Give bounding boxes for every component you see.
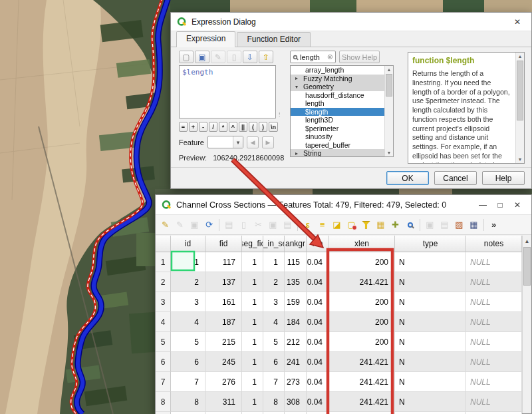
column-header-notes[interactable]: notes xyxy=(466,236,522,252)
cell-type[interactable]: N xyxy=(395,272,466,292)
edit-expression-icon[interactable]: ✎ xyxy=(211,51,225,63)
operator-button[interactable]: ( xyxy=(249,122,257,132)
cell-notes[interactable]: NULL xyxy=(466,272,522,292)
cell-notes[interactable]: NULL xyxy=(466,292,522,312)
cell-notes[interactable]: NULL xyxy=(466,252,522,272)
scroll-down-icon[interactable]: ▼ xyxy=(387,149,392,156)
new-expression-icon[interactable]: ▢ xyxy=(179,51,194,63)
cell-type[interactable]: N xyxy=(395,352,466,372)
cell-r_in_se[interactable]: 6 xyxy=(263,352,285,372)
row-number[interactable]: 4 xyxy=(156,312,171,332)
maximize-icon[interactable]: □ xyxy=(491,198,509,212)
cell-type[interactable]: N xyxy=(395,332,466,352)
cell-seg_fic[interactable]: 1 xyxy=(242,332,263,352)
cell-fcn[interactable]: 0.04 xyxy=(307,272,329,292)
column-header-type[interactable]: type xyxy=(395,236,466,252)
previous-feature-button[interactable]: ◀ xyxy=(247,136,259,148)
minimize-icon[interactable]: — xyxy=(474,198,491,212)
cut-features-icon[interactable]: ✂ xyxy=(251,218,265,232)
cell-xlen[interactable]: 241.421 xyxy=(329,392,395,412)
clear-search-icon[interactable]: ⊗ xyxy=(327,53,333,61)
cell-ankgr[interactable]: 308 xyxy=(285,392,307,412)
toggle-editing-icon[interactable]: ✎ xyxy=(158,218,172,232)
ok-button[interactable]: OK xyxy=(386,171,429,185)
select-all-icon[interactable]: ≡ xyxy=(315,218,329,232)
tab-function-editor[interactable]: Function Editor xyxy=(237,32,311,47)
close-icon[interactable]: ✕ xyxy=(509,15,526,29)
cell-xlen[interactable]: 200 xyxy=(329,332,395,352)
cell-xlen[interactable]: 200 xyxy=(329,252,395,272)
cell-type[interactable]: N xyxy=(395,392,466,412)
row-number[interactable]: 1 xyxy=(156,252,171,272)
scroll-down-icon[interactable]: ▼ xyxy=(518,156,523,163)
add-feature-icon[interactable]: ▤ xyxy=(222,218,236,232)
chevron-right-icon[interactable]: ▸ xyxy=(295,150,301,156)
cell-fid[interactable]: 215 xyxy=(205,332,242,352)
move-selection-top-icon[interactable]: ▦ xyxy=(374,218,388,232)
cell-seg_fic[interactable]: 1 xyxy=(242,312,263,332)
row-number[interactable]: 7 xyxy=(156,372,171,392)
column-header-fcn[interactable]: fcn xyxy=(307,236,329,252)
show-help-button[interactable]: Show Help xyxy=(339,51,380,63)
reload-table-icon[interactable]: ⟳ xyxy=(202,218,216,232)
paste-features-icon[interactable]: ▤ xyxy=(281,218,295,232)
cell-id[interactable]: 1 xyxy=(171,252,205,272)
cell-fid[interactable]: 137 xyxy=(205,272,242,292)
cell-r_in_se[interactable]: 8 xyxy=(263,392,285,412)
feature-combobox[interactable]: ▾ xyxy=(207,136,243,148)
scroll-up-icon[interactable]: ▲ xyxy=(518,53,523,60)
tree-item-tapered-buffer[interactable]: tapered_buffer xyxy=(291,141,384,150)
cell-ankgr[interactable]: 241 xyxy=(285,352,307,372)
cell-r_in_se[interactable]: 1 xyxy=(263,252,285,272)
cell-notes[interactable]: NULL xyxy=(466,352,522,372)
cell-type[interactable]: N xyxy=(395,372,466,392)
help-button[interactable]: Help xyxy=(482,171,525,185)
cell-xlen[interactable]: 200 xyxy=(329,292,395,312)
cell-id[interactable]: 6 xyxy=(171,352,205,372)
cell-r_in_se[interactable]: 7 xyxy=(263,372,285,392)
table-scrollbar[interactable]: ▲ xyxy=(522,236,531,413)
expression-editor[interactable]: $length xyxy=(179,65,276,118)
cell-ankgr[interactable]: 184 xyxy=(285,312,307,332)
multi-edit-icon[interactable]: ✎ xyxy=(173,218,187,232)
cell-id[interactable]: 8 xyxy=(171,392,205,412)
import-expressions-icon[interactable]: ⇩ xyxy=(243,51,257,63)
cell-seg_fic[interactable]: 1 xyxy=(242,352,263,372)
cell-fid[interactable]: 161 xyxy=(205,292,242,312)
cell-type[interactable]: N xyxy=(395,292,466,312)
cell-id[interactable]: 4 xyxy=(171,312,205,332)
cell-fid[interactable]: 311 xyxy=(205,392,242,412)
cell-fid[interactable]: 187 xyxy=(205,312,242,332)
cell-ankgr[interactable]: 212 xyxy=(285,332,307,352)
operator-button[interactable]: \n xyxy=(269,122,278,132)
close-icon[interactable]: ✕ xyxy=(509,198,526,212)
operator-button[interactable]: * xyxy=(219,122,227,132)
cell-id[interactable]: 7 xyxy=(171,372,205,392)
operator-button[interactable]: + xyxy=(189,122,198,132)
cell-seg_fic[interactable]: 1 xyxy=(242,252,263,272)
tree-item--perimeter[interactable]: $perimeter xyxy=(291,124,384,133)
cell-r_in_se[interactable]: 5 xyxy=(263,332,285,352)
delete-feature-icon[interactable]: ▯ xyxy=(237,218,251,232)
tree-item-length3d[interactable]: length3D xyxy=(291,116,384,124)
operator-button[interactable]: ^ xyxy=(229,122,237,132)
cell-notes[interactable]: NULL xyxy=(466,312,522,332)
conditional-formatting-icon[interactable]: ▨ xyxy=(452,218,466,232)
paste-cells-icon[interactable]: ▤ xyxy=(438,218,452,232)
tree-item-fuzzy-matching[interactable]: ▸Fuzzy Matching xyxy=(291,75,384,83)
copy-cells-icon[interactable]: ▣ xyxy=(423,218,437,232)
save-expression-icon[interactable]: ▣ xyxy=(195,51,209,63)
function-search-input[interactable]: length ⊗ xyxy=(290,51,336,63)
cell-notes[interactable]: NULL xyxy=(466,332,522,352)
cell-type[interactable]: N xyxy=(395,312,466,332)
cell-ankgr[interactable]: 159 xyxy=(285,292,307,312)
cell-notes[interactable]: NULL xyxy=(466,392,522,412)
cell-fcn[interactable]: 0.04 xyxy=(307,332,329,352)
invert-selection-icon[interactable]: ◪ xyxy=(330,218,344,232)
operator-button[interactable]: / xyxy=(209,122,217,132)
cell-xlen[interactable]: 241.421 xyxy=(329,272,395,292)
cell-fcn[interactable]: 0.04 xyxy=(307,252,329,272)
cell-r_in_se[interactable]: 3 xyxy=(263,292,285,312)
operator-button[interactable]: = xyxy=(179,122,188,132)
cell-id[interactable]: 2 xyxy=(171,272,205,292)
